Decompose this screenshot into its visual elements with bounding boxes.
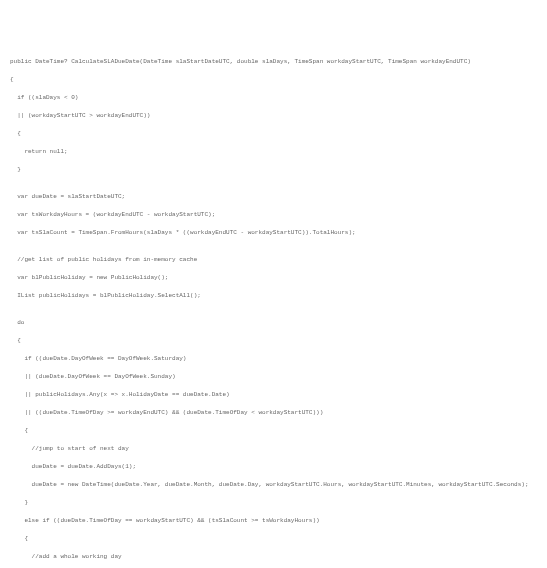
code-line-13: //get list of public holidays from in-me… bbox=[10, 255, 547, 264]
code-line-17: do bbox=[10, 318, 547, 327]
code-line-1: public DateTime? CalculateSLADueDate(Dat… bbox=[10, 57, 547, 66]
code-line-14: var blPublicHoliday = new PublicHoliday(… bbox=[10, 273, 547, 282]
code-line-18: { bbox=[10, 336, 547, 345]
code-line-27: } bbox=[10, 498, 547, 507]
code-line-4: || (workdayStartUTC > workdayEndUTC)) bbox=[10, 111, 547, 120]
code-line-30: //add a whole working day bbox=[10, 552, 547, 561]
code-line-6: return null; bbox=[10, 147, 547, 156]
code-line-23: { bbox=[10, 426, 547, 435]
code-line-15: IList publicHolidays = blPublicHoliday.S… bbox=[10, 291, 547, 300]
code-line-24: //jump to start of next day bbox=[10, 444, 547, 453]
code-line-26: dueDate = new DateTime(dueDate.Year, due… bbox=[10, 480, 547, 489]
code-line-25: dueDate = dueDate.AddDays(1); bbox=[10, 462, 547, 471]
code-line-22: || ((dueDate.TimeOfDay >= workdayEndUTC)… bbox=[10, 408, 547, 417]
code-line-29: { bbox=[10, 534, 547, 543]
code-block: public DateTime? CalculateSLADueDate(Dat… bbox=[10, 48, 547, 568]
code-line-20: || (dueDate.DayOfWeek == DayOfWeek.Sunda… bbox=[10, 372, 547, 381]
code-line-3: if ((slaDays < 0) bbox=[10, 93, 547, 102]
code-line-9: var dueDate = slaStartDateUTC; bbox=[10, 192, 547, 201]
code-line-7: } bbox=[10, 165, 547, 174]
code-line-5: { bbox=[10, 129, 547, 138]
code-line-2: { bbox=[10, 75, 547, 84]
code-line-19: if ((dueDate.DayOfWeek == DayOfWeek.Satu… bbox=[10, 354, 547, 363]
code-line-10: var tsWorkdayHours = (workdayEndUTC - wo… bbox=[10, 210, 547, 219]
code-line-11: var tsSlaCount = TimeSpan.FromHours(slaD… bbox=[10, 228, 547, 237]
code-line-21: || publicHolidays.Any(x => x.HolidayDate… bbox=[10, 390, 547, 399]
code-line-28: else if ((dueDate.TimeOfDay == workdaySt… bbox=[10, 516, 547, 525]
